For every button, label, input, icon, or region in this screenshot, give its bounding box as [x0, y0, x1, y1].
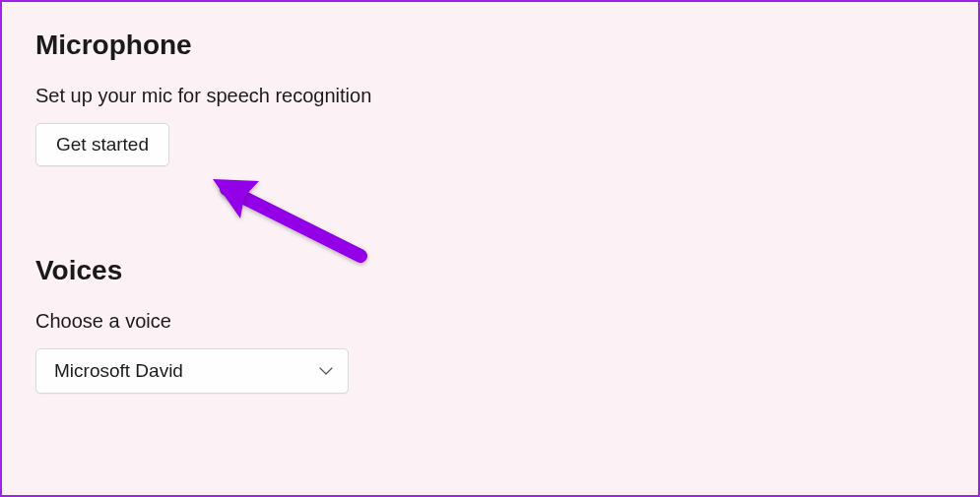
microphone-section: Microphone Set up your mic for speech re… [35, 30, 945, 166]
get-started-button[interactable]: Get started [35, 123, 169, 166]
choose-voice-label: Choose a voice [35, 310, 945, 333]
microphone-heading: Microphone [35, 30, 945, 61]
voices-heading: Voices [35, 255, 945, 286]
voices-section: Voices Choose a voice Microsoft David [35, 255, 945, 394]
microphone-description: Set up your mic for speech recognition [35, 85, 945, 107]
voice-select[interactable]: Microsoft David [35, 348, 349, 394]
voice-select-wrapper: Microsoft David [35, 348, 349, 394]
